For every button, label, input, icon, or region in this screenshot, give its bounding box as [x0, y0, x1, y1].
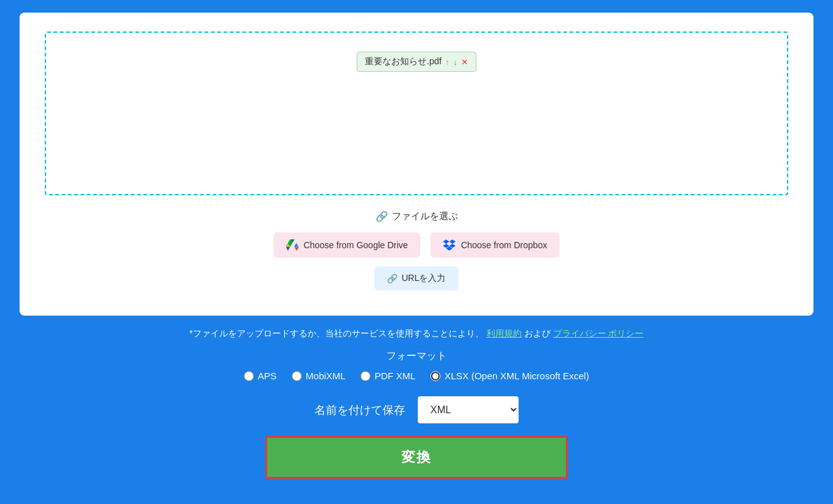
- main-card: 重要なお知らせ.pdf ↑ ↓ ✕ 🔗 ファイルを選ぶ Choose from …: [20, 13, 813, 316]
- url-btn-label: URLを入力: [401, 273, 445, 284]
- remove-file-icon[interactable]: ✕: [461, 57, 468, 67]
- file-tag: 重要なお知らせ.pdf ↑ ↓ ✕: [357, 52, 476, 72]
- move-down-icon[interactable]: ↓: [453, 57, 457, 67]
- radio-mobixml-input[interactable]: [292, 371, 302, 381]
- url-link-icon: 🔗: [387, 273, 398, 284]
- radio-mobixml[interactable]: MobiXML: [292, 370, 345, 381]
- radio-xlsx[interactable]: XLSX (Open XML Microsoft Excel): [430, 370, 589, 381]
- url-button[interactable]: 🔗 URLを入力: [374, 266, 458, 290]
- file-tag-name: 重要なお知らせ.pdf: [365, 56, 441, 67]
- save-row: 名前を付けて保存 XML PDF DOCX TXT: [314, 396, 519, 423]
- terms-text: *ファイルをアップロードするか、当社のサービスを使用することにより、 利用規約 …: [189, 328, 643, 340]
- format-label: フォーマット: [386, 350, 447, 363]
- dropbox-button[interactable]: Choose from Dropbox: [430, 232, 560, 258]
- terms-middle: および: [524, 328, 553, 338]
- dropbox-icon: [443, 239, 456, 251]
- link-icon: 🔗: [376, 210, 388, 222]
- gdrive-btn-label: Choose from Google Drive: [304, 240, 408, 250]
- move-up-icon[interactable]: ↑: [445, 57, 450, 67]
- convert-button[interactable]: 変換: [265, 436, 568, 479]
- google-drive-icon: [286, 239, 299, 251]
- dropbox-btn-label: Choose from Dropbox: [461, 240, 547, 250]
- radio-aps-input[interactable]: [244, 371, 254, 381]
- radio-mobixml-label: MobiXML: [306, 370, 345, 381]
- save-label: 名前を付けて保存: [314, 403, 405, 418]
- choose-file-label: ファイルを選ぶ: [392, 210, 458, 222]
- terms-link[interactable]: 利用規約: [486, 328, 522, 338]
- choose-file-button[interactable]: 🔗 ファイルを選ぶ: [376, 210, 458, 222]
- privacy-link[interactable]: プライバシー ポリシー: [553, 328, 644, 338]
- radio-aps[interactable]: APS: [244, 370, 277, 381]
- bottom-section: *ファイルをアップロードするか、当社のサービスを使用することにより、 利用規約 …: [20, 328, 813, 479]
- radio-xlsx-input[interactable]: [430, 371, 440, 381]
- radio-pdfxml[interactable]: PDF XML: [360, 370, 415, 381]
- save-format-select[interactable]: XML PDF DOCX TXT: [418, 396, 519, 423]
- radio-aps-label: APS: [258, 370, 277, 381]
- format-radio-group: APS MobiXML PDF XML XLSX (Open XML Micro…: [244, 370, 589, 381]
- radio-xlsx-label: XLSX (Open XML Microsoft Excel): [444, 370, 589, 381]
- google-drive-button[interactable]: Choose from Google Drive: [273, 232, 421, 258]
- radio-pdfxml-label: PDF XML: [374, 370, 415, 381]
- cloud-buttons-row: Choose from Google Drive Choose from Dro…: [273, 232, 560, 258]
- terms-before: *ファイルをアップロードするか、当社のサービスを使用することにより、: [189, 328, 483, 338]
- drop-zone[interactable]: 重要なお知らせ.pdf ↑ ↓ ✕: [45, 32, 788, 195]
- radio-pdfxml-input[interactable]: [360, 371, 371, 381]
